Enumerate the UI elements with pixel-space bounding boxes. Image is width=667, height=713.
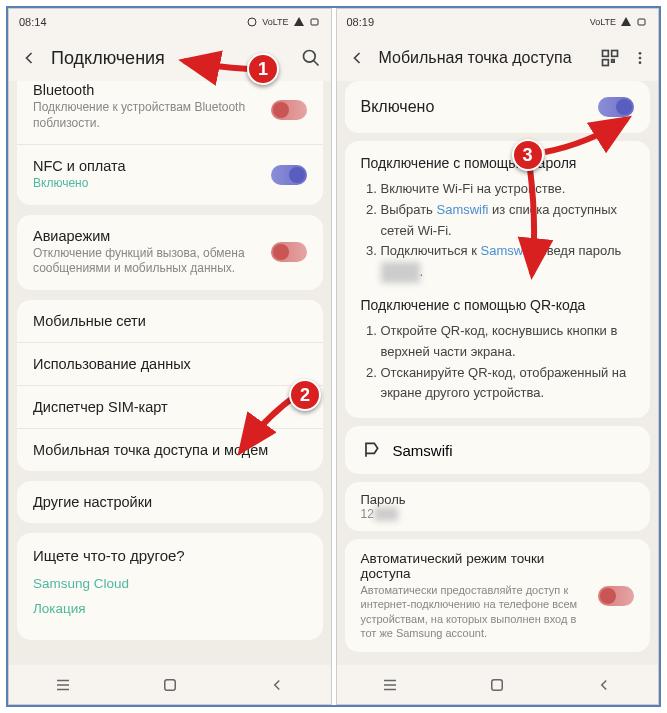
svg-rect-7 [603, 60, 609, 66]
auto-title: Автоматический режим точки доступа [361, 551, 589, 581]
arrow-3b [512, 164, 562, 284]
recents-icon[interactable] [54, 676, 72, 694]
step: Подключиться к Samswifi, введя пароль xx… [381, 241, 635, 283]
row-nfc[interactable]: NFC и оплата Включено [17, 145, 323, 205]
back-icon[interactable] [347, 48, 367, 68]
status-icons: VoLTE [246, 16, 320, 28]
hotspot-icon [361, 440, 381, 460]
back-nav-icon[interactable] [595, 676, 613, 694]
content: Bluetooth Подключение к устройствам Blue… [9, 81, 331, 664]
back-nav-icon[interactable] [268, 676, 286, 694]
status-bar: 08:19 VoLTE [337, 9, 659, 35]
ssid-row[interactable]: Samswifi [345, 426, 651, 474]
status-icons: VoLTE [590, 16, 648, 28]
phone-left: 08:14 VoLTE Подключения Bluetooth Подклю… [8, 8, 332, 705]
row-title: Мобильные сети [33, 313, 307, 329]
time: 08:19 [347, 16, 375, 28]
row-other-settings[interactable]: Другие настройки [17, 481, 323, 523]
page-title: Мобильная точка доступа [379, 49, 589, 67]
toggle[interactable] [271, 165, 307, 185]
home-icon[interactable] [488, 676, 506, 694]
row-sub: Отключение функций вызова, обмена сообще… [33, 246, 271, 277]
content: Включено Подключение с помощью пароля Вк… [337, 81, 659, 664]
ssid-link[interactable]: Samswifi [436, 202, 488, 217]
row-airplane[interactable]: Авиарежим Отключение функций вызова, обм… [17, 215, 323, 290]
password-instructions: Подключение с помощью пароля Включите Wi… [345, 141, 651, 418]
section-title: Подключение с помощью QR-кода [361, 297, 635, 313]
status-bar: 08:14 VoLTE [9, 9, 331, 35]
search-title: Ищете что-то другое? [33, 547, 307, 564]
time: 08:14 [19, 16, 47, 28]
step: Откройте QR-код, коснувшись кнопки в вер… [381, 321, 635, 363]
svg-point-2 [303, 51, 315, 63]
arrow-3a [537, 104, 637, 164]
toggle-auto[interactable] [598, 586, 634, 606]
nav-bar [337, 664, 659, 704]
svg-rect-6 [612, 51, 618, 57]
search-icon[interactable] [301, 48, 321, 68]
row-sub: Подключение к устройствам Bluetooth побл… [33, 100, 271, 131]
search-card: Ищете что-то другое? Samsung Cloud Локац… [17, 533, 323, 640]
header: Мобильная точка доступа [337, 35, 659, 81]
svg-point-11 [639, 61, 642, 64]
header: Подключения [9, 35, 331, 81]
badge-1: 1 [247, 53, 279, 85]
password-value: 12xxxx [361, 507, 635, 521]
svg-rect-1 [311, 19, 318, 25]
badge-3: 3 [512, 139, 544, 171]
arrow-1 [174, 49, 254, 89]
svg-point-10 [639, 57, 642, 60]
svg-rect-5 [603, 51, 609, 57]
toggle[interactable] [271, 100, 307, 120]
row-title: Другие настройки [33, 494, 307, 510]
row-title: Использование данных [33, 356, 307, 372]
back-icon[interactable] [19, 48, 39, 68]
phone-right: 08:19 VoLTE Мобильная точка доступа Вклю… [336, 8, 660, 705]
link-samsung-cloud[interactable]: Samsung Cloud [33, 576, 307, 591]
svg-rect-12 [492, 679, 503, 690]
row-data-usage[interactable]: Использование данных [17, 343, 323, 386]
row-sub: Включено [33, 176, 271, 192]
svg-rect-4 [638, 19, 645, 25]
row-mobile-networks[interactable]: Мобильные сети [17, 300, 323, 343]
svg-point-0 [248, 18, 256, 26]
step: Включите Wi-Fi на устройстве. [381, 179, 635, 200]
password-blur: xxxxxx [381, 262, 420, 283]
nav-bar [9, 664, 331, 704]
password-label: Пароль [361, 492, 635, 507]
row-bluetooth[interactable]: Bluetooth Подключение к устройствам Blue… [17, 81, 323, 145]
toggle[interactable] [271, 242, 307, 262]
qr-icon[interactable] [600, 48, 620, 68]
step: Выбрать Samswifi из списка доступных сет… [381, 200, 635, 242]
svg-point-9 [639, 52, 642, 55]
password-row[interactable]: Пароль 12xxxx [345, 482, 651, 531]
row-title: Авиарежим [33, 228, 271, 244]
ssid-name: Samswifi [393, 442, 453, 459]
home-icon[interactable] [161, 676, 179, 694]
svg-rect-8 [612, 60, 615, 63]
auto-hotspot-row[interactable]: Автоматический режим точки доступа Автом… [345, 539, 651, 652]
more-icon[interactable] [632, 48, 648, 68]
row-title: NFC и оплата [33, 158, 271, 174]
svg-rect-3 [164, 679, 175, 690]
auto-desc: Автоматически предоставляйте доступ к ин… [361, 583, 589, 640]
link-location[interactable]: Локация [33, 601, 307, 616]
badge-2: 2 [289, 379, 321, 411]
recents-icon[interactable] [381, 676, 399, 694]
step: Отсканируйте QR-код, отображенный на экр… [381, 363, 635, 405]
